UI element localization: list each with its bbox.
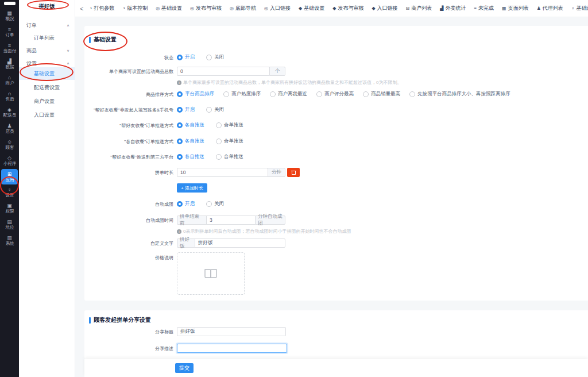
sub-menu-basic-settings[interactable]: 基础设置 — [19, 67, 75, 80]
radio-option[interactable]: 商户离我最近 — [270, 91, 307, 98]
sub-menu-merchant-settings[interactable]: 商户设置 — [19, 95, 75, 107]
sidebar-item-data[interactable]: ▟数据 — [0, 56, 19, 72]
tab-publish-review-2[interactable]: ◆发布与审核 — [332, 5, 363, 12]
sidebar-item-label: 系统 — [5, 241, 14, 247]
radio-option[interactable]: 开启 — [177, 54, 195, 61]
sidebar-item-miniprogram[interactable]: ◇小程序 — [0, 153, 19, 169]
tab-basic-settings-1[interactable]: ◎基础设置 — [156, 5, 182, 12]
radio-option[interactable]: 各自推送 — [177, 122, 204, 129]
field-label: 分享标题 — [84, 329, 173, 335]
price-desc-upload[interactable] — [177, 252, 245, 295]
push-thirdparty-row: "帮好友收餐"推送到第三方平台 各自推送合单推送 — [84, 153, 583, 161]
field-label: 自动成团 — [84, 201, 173, 207]
tab-entry-link-2[interactable]: ◆入口链接 — [372, 5, 397, 12]
sidebar-item-system[interactable]: ▥系统 — [0, 233, 19, 249]
radio-option[interactable]: 合单推送 — [216, 122, 243, 129]
radio-option[interactable]: 关闭 — [206, 106, 224, 113]
sidebar-item-aftersale[interactable]: ∩售后 — [0, 89, 19, 105]
version-control-icon: ◔ — [122, 6, 125, 11]
tab-merchant-list[interactable]: ⊟商户列表 — [406, 5, 432, 12]
radio-option[interactable]: 先按照平台商品排序大小、再按照距离排序 — [409, 91, 510, 98]
sub-menu-goods-group[interactable]: 商品∨ — [19, 44, 75, 57]
basic-settings-1-icon: ◎ — [156, 6, 160, 11]
radio-dot — [177, 122, 183, 128]
sidebar-item-settings[interactable]: ♀设置 — [0, 184, 19, 201]
sidebar-item-customer[interactable]: ☺顾客 — [0, 137, 19, 153]
radio-option[interactable]: 商户评分最高 — [316, 91, 354, 98]
auto-group-time-input[interactable] — [206, 216, 256, 225]
sidebar-item-apps[interactable]: ⊞应用 — [1, 169, 18, 184]
sidebar-item-clerk[interactable]: ♟店员 — [0, 121, 19, 137]
sort-radio-group: 平台商品排序商户热度排序商户离我最近商户评分最高商品销量最高先按照平台商品排序大… — [177, 91, 510, 98]
sidebar-item-overview[interactable]: ▦概况 — [0, 8, 19, 24]
radio-dot — [316, 91, 322, 97]
tab-bottom-nav[interactable]: ◎底部导航 — [230, 5, 256, 12]
sidebar-item-orders[interactable]: ≡订单 — [0, 24, 19, 40]
section-header: 基础设置 — [89, 36, 117, 44]
sidebar-item-facepay[interactable]: ≡当面付 — [0, 40, 19, 56]
duration-input[interactable] — [177, 168, 268, 177]
radio-dot — [216, 139, 222, 144]
tab-basic-settings-2[interactable]: ◆基础设置 — [299, 5, 324, 12]
sidebar-item-label: 订单 — [5, 32, 14, 38]
sidebar-item-merchant[interactable]: ⌂商户 — [0, 72, 19, 89]
radio-dot — [177, 154, 183, 160]
submit-button[interactable]: 提交 — [175, 363, 194, 373]
tab-page-list[interactable]: ▦页面列表 — [502, 5, 529, 12]
radio-dot — [206, 107, 212, 113]
sub-menu-entry-settings[interactable]: 入口设置 — [19, 109, 75, 121]
radio-label: 合单推送 — [224, 122, 243, 129]
page-list-icon: ▦ — [502, 6, 506, 11]
radio-option[interactable]: 商户热度排序 — [223, 91, 261, 98]
sidebar-item-label: 坑位 — [5, 225, 14, 230]
share-title-input[interactable] — [177, 327, 286, 336]
radio-option[interactable]: 开启 — [177, 201, 195, 207]
radio-label: 合单推送 — [224, 153, 243, 160]
field-label: 自定义文字 — [84, 240, 173, 247]
tab-label: 入口链接 — [270, 5, 291, 12]
tab-entry-link-1[interactable]: ◎入口链接 — [264, 5, 291, 12]
tab-unfinished[interactable]: ≡未完成 — [474, 5, 494, 12]
merchant-icon: ⌂ — [8, 75, 11, 80]
sidebar-item-slots[interactable]: ▤坑位 — [0, 217, 19, 233]
add-duration-button[interactable]: + 添加时长 — [177, 183, 207, 193]
chevron-left-icon[interactable]: < — [80, 5, 83, 12]
radio-option[interactable]: 合单推送 — [216, 153, 243, 160]
radio-label: 关闭 — [214, 54, 224, 61]
delete-duration-button[interactable] — [287, 168, 300, 177]
field-label: 单个商家可设置的活动商品总数 — [84, 68, 173, 75]
sort-row: 商品排序方式 平台商品排序商户热度排序商户离我最近商户评分最高商品销量最高先按照… — [84, 90, 583, 98]
menu-label: 设置 — [26, 60, 37, 67]
radio-option[interactable]: 商品销量最高 — [363, 91, 400, 98]
sidebar-item-courier[interactable]: ◈配送员 — [0, 105, 19, 121]
info-icon — [177, 80, 181, 85]
custom-text-input[interactable] — [195, 238, 285, 248]
tab-version-control[interactable]: ◔版本控制 — [122, 5, 148, 12]
radio-option[interactable]: 开启 — [177, 106, 195, 113]
aftersale-icon: ∩ — [7, 91, 11, 97]
tab-publish-review-1[interactable]: ◎发布与审核 — [190, 5, 222, 12]
tab-takeout-stats[interactable]: ▟外卖统计 — [440, 5, 466, 12]
radio-label: 商户热度排序 — [231, 91, 261, 98]
sidebar-item-permissions[interactable]: ▣权限 — [0, 201, 19, 217]
radio-option[interactable]: 各自推送 — [177, 138, 204, 145]
sub-menu-order-list[interactable]: 订单列表 — [19, 32, 75, 44]
time-prefix: 拼单结束前 — [177, 216, 207, 225]
sub-menu-delivery-fee-settings[interactable]: 配送费设置 — [19, 81, 75, 94]
tab-package-params[interactable]: ◔打包参数 — [89, 5, 114, 12]
sub-menu-orders-group[interactable]: 订单∧ — [19, 19, 75, 32]
tab-agent-list[interactable]: ♟代理列表 — [537, 5, 563, 12]
dark-sidebar: ▦概况≡订单≡当面付▟数据⌂商户∩售后◈配送员♟店员☺顾客◇小程序⊞应用♀设置▣… — [0, 0, 19, 377]
share-desc-input[interactable] — [177, 344, 287, 353]
tab-basic-settings-3[interactable]: ♀基础设置 — [571, 5, 588, 12]
radio-option[interactable]: 平台商品排序 — [177, 91, 214, 98]
radio-option[interactable]: 关闭 — [206, 54, 224, 61]
max-products-input[interactable] — [177, 67, 270, 76]
radio-option[interactable]: 各自推送 — [177, 153, 204, 160]
radio-dot — [177, 139, 183, 144]
radio-dot — [206, 55, 212, 60]
radio-option[interactable]: 关闭 — [206, 201, 224, 207]
radio-option[interactable]: 合单推送 — [216, 138, 243, 145]
customer-icon: ☺ — [7, 139, 12, 145]
section-bar — [89, 37, 91, 43]
